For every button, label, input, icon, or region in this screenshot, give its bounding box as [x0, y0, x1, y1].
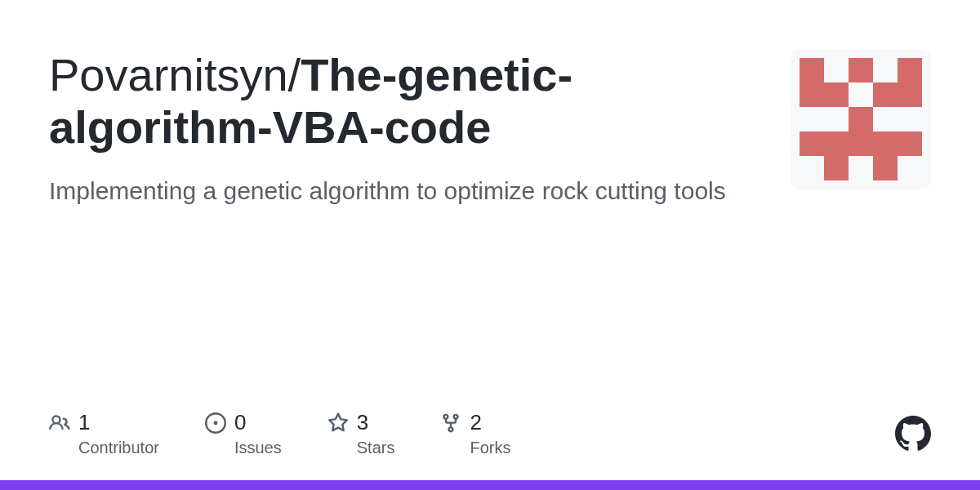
svg-rect-13 — [873, 156, 898, 180]
stars-count: 3 — [357, 410, 368, 435]
svg-rect-11 — [873, 82, 898, 107]
svg-rect-2 — [824, 82, 849, 107]
forks-label: Forks — [470, 439, 510, 457]
svg-rect-12 — [873, 131, 898, 156]
people-icon — [49, 412, 70, 434]
fork-icon — [440, 412, 461, 434]
issues-count: 0 — [234, 410, 246, 435]
star-icon — [327, 412, 349, 434]
forks-count: 2 — [470, 410, 481, 435]
svg-rect-4 — [849, 107, 873, 131]
svg-rect-10 — [898, 82, 922, 107]
stat-forks: 2 Forks — [440, 410, 510, 457]
svg-rect-6 — [824, 131, 849, 156]
social-preview-card: Povarnitsyn/The-genetic-algorithm-VBA-co… — [0, 0, 980, 490]
contributors-label: Contributor — [78, 439, 159, 457]
github-logo-icon — [895, 416, 931, 452]
stat-contributors: 1 Contributor — [49, 410, 159, 457]
svg-rect-3 — [849, 58, 873, 82]
svg-rect-0 — [800, 58, 824, 82]
accent-bar — [0, 480, 980, 490]
repo-description: Implementing a genetic algorithm to opti… — [49, 174, 758, 208]
issues-label: Issues — [234, 439, 282, 457]
repo-owner: Povarnitsyn — [49, 49, 288, 100]
svg-rect-1 — [800, 82, 824, 107]
slash: / — [288, 49, 301, 100]
stars-label: Stars — [357, 439, 395, 457]
header-row: Povarnitsyn/The-genetic-algorithm-VBA-co… — [49, 49, 931, 208]
svg-rect-5 — [849, 131, 873, 156]
contributors-count: 1 — [78, 410, 90, 435]
svg-rect-14 — [898, 131, 922, 156]
issue-icon — [205, 412, 226, 434]
svg-rect-9 — [898, 58, 922, 82]
stats-group: 1 Contributor 0 Issues 3 — [49, 410, 510, 457]
avatar — [791, 49, 931, 189]
stat-stars: 3 Stars — [327, 410, 395, 457]
svg-rect-8 — [800, 131, 824, 156]
title-section: Povarnitsyn/The-genetic-algorithm-VBA-co… — [49, 49, 791, 208]
repo-title: Povarnitsyn/The-genetic-algorithm-VBA-co… — [49, 49, 758, 154]
stat-issues: 0 Issues — [205, 410, 282, 457]
stats-row: 1 Contributor 0 Issues 3 — [49, 410, 931, 457]
svg-rect-7 — [824, 156, 849, 180]
identicon-icon — [800, 58, 922, 180]
